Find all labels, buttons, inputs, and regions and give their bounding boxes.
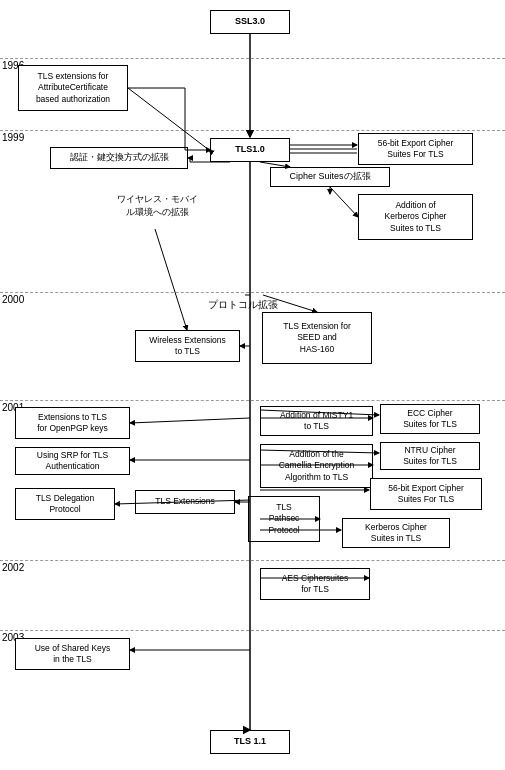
wireless-mobile-ext-label: ワイヤレス・モバイル環境への拡張 [100, 193, 215, 229]
aes-ciphers-box: AES Ciphersuitesfor TLS [260, 568, 370, 600]
year-label-2000: 2000 [2, 294, 24, 305]
tls-pathsec-box: TLSPathsecProtocol [248, 496, 320, 542]
tls-delegation-box: TLS DelegationProtocol [15, 488, 115, 520]
ntru-cipher-box: NTRU CipherSuites for TLS [380, 442, 480, 470]
svg-line-4 [128, 88, 209, 150]
tls11-box: TLS 1.1 [210, 730, 290, 754]
tls-extensions-box: TLS Extensions [135, 490, 235, 514]
cipher-suites-ext-box: Cipher Suitesの拡張 [270, 167, 390, 187]
ecc-cipher-box: ECC CipherSuites for TLS [380, 404, 480, 434]
export56-1999-box: 56-bit Export CipherSuites For TLS [358, 133, 473, 165]
year-line-2001 [0, 400, 505, 401]
svg-line-16 [155, 229, 187, 330]
openp-keys-box: Extensions to TLSfor OpenPGP keys [15, 407, 130, 439]
svg-line-15 [330, 187, 358, 217]
year-line-2002 [0, 560, 505, 561]
diagram: 1996 1999 2000 2001 2002 2003 SSL3.0 TLS… [0, 0, 505, 770]
year-line-1996 [0, 58, 505, 59]
misty1-box: Addition of MISTY1to TLS [260, 406, 373, 436]
kerberos-add-box: Addition ofKerberos CipherSuites to TLS [358, 194, 473, 240]
ssl30-box: SSL3.0 [210, 10, 290, 34]
camellia-box: Addition of theCamellia EncryptionAlgori… [260, 444, 373, 488]
kerberos-cipher-box: Kerberos CipherSuites in TLS [342, 518, 450, 548]
svg-line-20 [130, 418, 250, 423]
year-line-2000 [0, 292, 505, 293]
seed-has-box: TLS Extension forSEED andHAS-160 [262, 312, 372, 364]
year-label-1999: 1999 [2, 132, 24, 143]
tls-ext-attr-box: TLS extensions forAttributeCertificateba… [18, 65, 128, 111]
wireless-ext-box: Wireless Extensionsto TLS [135, 330, 240, 362]
tls10-box: TLS1.0 [210, 138, 290, 162]
shared-keys-box: Use of Shared Keysin the TLS [15, 638, 130, 670]
export56-2001-box: 56-bit Export CipherSuites For TLS [370, 478, 482, 510]
srp-auth-box: Using SRP for TLSAuthentication [15, 447, 130, 475]
year-line-2003 [0, 630, 505, 631]
year-label-2002: 2002 [2, 562, 24, 573]
year-line-1999 [0, 130, 505, 131]
auth-key-ext-box: 認証・鍵交換方式の拡張 [50, 147, 188, 169]
